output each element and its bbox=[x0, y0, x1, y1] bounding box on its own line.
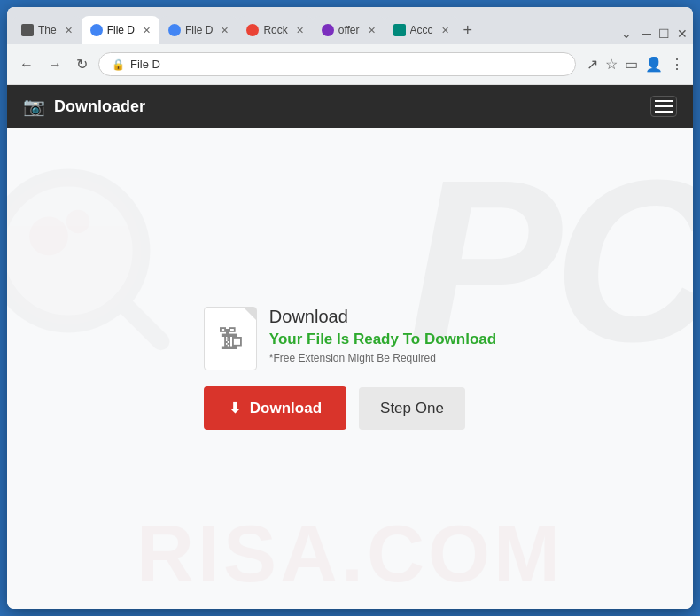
minimize-button[interactable]: ─ bbox=[642, 27, 651, 41]
tab-4-close[interactable]: ✕ bbox=[296, 25, 304, 36]
address-input[interactable]: 🔒 File D bbox=[98, 52, 576, 76]
close-button[interactable]: ✕ bbox=[677, 27, 688, 41]
new-tab-button[interactable]: + bbox=[458, 16, 478, 44]
profile-icon[interactable]: 👤 bbox=[645, 56, 663, 73]
main-content: PC RISA.COM 🗜 Download Your File Is Read… bbox=[7, 128, 693, 609]
tab-5-label: offer bbox=[338, 24, 360, 36]
tab-5-close[interactable]: ✕ bbox=[368, 25, 376, 36]
risa-watermark: RISA.COM bbox=[136, 509, 564, 600]
sidebar-icon[interactable]: ▭ bbox=[625, 56, 638, 73]
tab-1-label: The bbox=[38, 24, 57, 36]
tab-1[interactable]: The ✕ bbox=[12, 16, 82, 44]
tab-4-favicon bbox=[246, 24, 259, 36]
step-one-label: Step One bbox=[380, 400, 444, 417]
menu-icon[interactable]: ⋮ bbox=[670, 56, 684, 73]
tab-6[interactable]: Accc ✕ bbox=[385, 16, 458, 44]
tab-4[interactable]: Rock ✕ bbox=[237, 16, 312, 44]
camera-icon: 📷 bbox=[23, 96, 45, 117]
app-title: Downloader bbox=[54, 97, 145, 116]
file-info: 🗜 Download Your File Is Ready To Downloa… bbox=[204, 307, 496, 370]
maximize-button[interactable]: ☐ bbox=[658, 27, 670, 41]
download-button-label: Download bbox=[250, 400, 322, 417]
tab-5-favicon bbox=[322, 24, 334, 36]
tab-3-label: File D bbox=[185, 24, 213, 36]
download-icon: ⬇ bbox=[229, 399, 241, 417]
tab-bar: The ✕ File D ✕ File D ✕ Rock ✕ offer ✕ bbox=[7, 7, 693, 44]
tab-3-close[interactable]: ✕ bbox=[221, 25, 229, 36]
magnifier-watermark bbox=[7, 163, 175, 358]
app-header-left: 📷 Downloader bbox=[23, 96, 145, 117]
tab-1-close[interactable]: ✕ bbox=[65, 25, 73, 36]
tab-3-favicon bbox=[168, 24, 181, 36]
download-card: 🗜 Download Your File Is Ready To Downloa… bbox=[204, 307, 496, 430]
app-header: 📷 Downloader bbox=[7, 85, 693, 128]
forward-button[interactable]: → bbox=[44, 55, 66, 74]
tab-6-favicon bbox=[393, 24, 406, 36]
download-title: Download bbox=[269, 307, 496, 327]
address-bar: ← → ↻ 🔒 File D ↗ ☆ ▭ 👤 ⋮ bbox=[7, 44, 693, 85]
bookmark-icon[interactable]: ☆ bbox=[605, 56, 618, 73]
svg-point-2 bbox=[29, 217, 68, 256]
tab-6-close[interactable]: ✕ bbox=[441, 25, 449, 36]
tab-3[interactable]: File D ✕ bbox=[159, 16, 237, 44]
reload-button[interactable]: ↻ bbox=[73, 54, 91, 74]
back-button[interactable]: ← bbox=[16, 55, 37, 74]
file-text-info: Download Your File Is Ready To Download … bbox=[269, 307, 496, 364]
lock-icon: 🔒 bbox=[112, 58, 125, 71]
ready-text: Your File Is Ready To Download bbox=[269, 331, 496, 348]
tab-2-label: File D bbox=[107, 24, 135, 36]
toolbar-icons: ↗ ☆ ▭ 👤 ⋮ bbox=[587, 56, 684, 73]
step-one-button[interactable]: Step One bbox=[359, 387, 465, 430]
svg-line-4 bbox=[127, 308, 161, 342]
svg-point-3 bbox=[66, 210, 89, 233]
tab-2-favicon bbox=[90, 24, 103, 36]
browser-window: The ✕ File D ✕ File D ✕ Rock ✕ offer ✕ bbox=[7, 7, 693, 609]
share-icon[interactable]: ↗ bbox=[587, 56, 598, 73]
collapse-tabs-icon[interactable]: ⌄ bbox=[616, 23, 637, 44]
file-icon: 🗜 bbox=[204, 307, 257, 370]
tab-6-label: Accc bbox=[410, 24, 433, 36]
tab-4-label: Rock bbox=[263, 24, 287, 36]
tab-2[interactable]: File D ✕ bbox=[82, 16, 159, 44]
tab-5[interactable]: offer ✕ bbox=[313, 16, 385, 44]
tab-1-favicon bbox=[21, 24, 34, 36]
hamburger-menu[interactable] bbox=[650, 96, 677, 117]
action-buttons: ⬇ Download Step One bbox=[204, 386, 465, 430]
tab-2-close[interactable]: ✕ bbox=[143, 25, 151, 36]
extension-note: *Free Extension Might Be Required bbox=[269, 352, 496, 364]
download-button[interactable]: ⬇ Download bbox=[204, 386, 346, 430]
address-text: File D bbox=[130, 58, 160, 71]
